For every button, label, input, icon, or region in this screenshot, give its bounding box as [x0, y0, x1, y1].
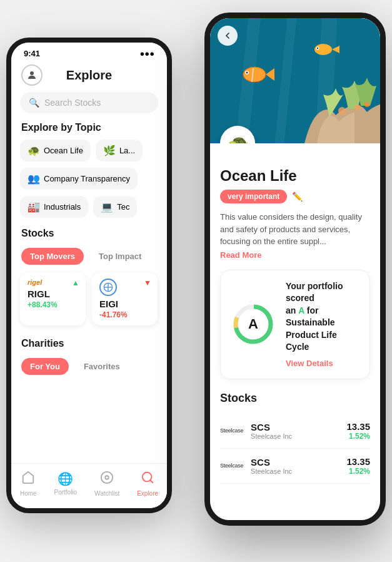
nav-portfolio-label: Portfolio [54, 489, 78, 496]
left-header: Explore [11, 61, 167, 92]
stock-cards-row: ▲ rigel RIGL +88.43% ▼ EIGI -41.76% [11, 272, 167, 334]
status-icons: ●●● [139, 49, 154, 58]
avatar[interactable] [21, 64, 43, 86]
left-phone: 9:41 ●●● Explore 🔍 Search Stocks Explore… [6, 38, 172, 513]
leaf-label: La... [119, 146, 135, 155]
stock-price-1: 13.35 [346, 456, 370, 467]
score-text: Your portfolio scored an A for Sustainab… [286, 280, 359, 369]
svg-point-18 [317, 48, 318, 49]
topics-row-2: 👥 Company Transparency [11, 168, 167, 196]
nav-portfolio[interactable]: 🌐 Portfolio [54, 471, 78, 496]
bottom-nav: Home 🌐 Portfolio Watchlist Explore [11, 463, 167, 508]
stock-info-1: SCS Steelcase Inc [251, 457, 292, 475]
topic-ocean-life[interactable]: 🐢 Ocean Life [20, 140, 91, 161]
donut-chart: A [231, 302, 276, 347]
transparency-icon: 👥 [28, 173, 40, 185]
tab-top-impact[interactable]: Top Impact [90, 248, 150, 265]
tech-icon: 💻 [101, 201, 113, 213]
right-content: Ocean Life very important ✏️ This value … [210, 143, 380, 494]
charities-tabs: For You Favorites [11, 355, 167, 381]
score-grade-label: A [248, 316, 258, 332]
leaf-icon: 🌿 [103, 145, 116, 156]
svg-point-0 [30, 71, 34, 75]
stock-row-left-0: Steelcase SCS Steelcase Inc [220, 422, 292, 440]
topics-row-1: 🐢 Ocean Life 🌿 La... [11, 140, 167, 168]
home-icon [21, 471, 35, 488]
stock-pct-0: 1.52% [346, 432, 370, 441]
stock-row-right-0: 13.35 1.52% [346, 421, 370, 441]
stock-ticker-0: SCS [251, 422, 292, 432]
search-icon: 🔍 [29, 98, 39, 108]
steelcase-logo-1: Steelcase [220, 463, 243, 469]
nav-watchlist[interactable]: Watchlist [94, 471, 119, 497]
arrow-down-icon: ▼ [144, 278, 151, 287]
explore-topic-title: Explore by Topic [11, 122, 167, 140]
score-text-part1: Your portfolio scored [286, 281, 343, 304]
nav-watchlist-label: Watchlist [94, 490, 119, 497]
topic-leaf[interactable]: 🌿 La... [96, 140, 143, 161]
watchlist-icon [100, 471, 114, 488]
svg-point-5 [105, 476, 109, 479]
eigi-change: -41.76% [99, 310, 150, 319]
stock-row-0[interactable]: Steelcase SCS Steelcase Inc 13.35 1.52% [220, 414, 370, 449]
stock-company-0: Steelcase Inc [251, 432, 292, 440]
hero-image: 🐢 [210, 18, 380, 143]
charities-title: Charities [11, 338, 167, 355]
industrials-label: Industrials [44, 202, 81, 212]
svg-point-9 [354, 105, 361, 111]
portfolio-score-card: A Your portfolio scored an A for Sustain… [220, 270, 370, 380]
rigl-change: +88.43% [28, 300, 78, 309]
search-bar[interactable]: 🔍 Search Stocks [20, 92, 158, 113]
view-details-link[interactable]: View Details [286, 359, 333, 368]
svg-point-10 [364, 102, 369, 107]
topic-company-transparency[interactable]: 👥 Company Transparency [20, 168, 138, 190]
industrials-icon: 🏭 [28, 201, 40, 213]
nav-home[interactable]: Home [20, 471, 37, 497]
stock-row-1[interactable]: Steelcase SCS Steelcase Inc 13.35 1.52% [220, 449, 370, 484]
arrow-up-icon: ▲ [72, 278, 79, 287]
topics-row-3: 🏭 Industrials 💻 Tec [11, 196, 167, 224]
search-placeholder: Search Stocks [44, 98, 101, 108]
nav-explore[interactable]: Explore [137, 471, 158, 497]
status-bar: 9:41 ●●● [11, 43, 167, 61]
eigi-ticker: EIGI [99, 299, 150, 309]
importance-row: very important ✏️ [220, 190, 370, 203]
read-more-link[interactable]: Read More [220, 250, 370, 260]
ocean-life-label: Ocean Life [44, 146, 83, 155]
rigel-logo: rigel [28, 278, 78, 286]
rigl-ticker: RIGL [28, 289, 78, 299]
charities-section: Charities For You Favorites [11, 334, 167, 381]
stocks-tabs: Top Movers Top Impact [11, 245, 167, 272]
score-text-part2: an [286, 305, 296, 315]
tech-label: Tec [117, 202, 129, 212]
back-button[interactable] [218, 26, 238, 46]
eigi-logo-circle [99, 278, 117, 296]
stock-row-left-1: Steelcase SCS Steelcase Inc [220, 457, 292, 475]
portfolio-icon: 🌐 [58, 471, 73, 486]
svg-point-8 [338, 107, 346, 115]
stocks-section-title: Stocks [11, 228, 167, 245]
transparency-label: Company Transparency [44, 174, 130, 183]
nav-explore-label: Explore [137, 490, 158, 497]
tab-favorites[interactable]: Favorites [75, 358, 129, 375]
nav-home-label: Home [20, 490, 37, 497]
svg-point-4 [101, 471, 113, 483]
time: 9:41 [24, 49, 40, 58]
stock-pct-1: 1.52% [346, 467, 370, 476]
stock-company-1: Steelcase Inc [251, 467, 292, 475]
ocean-life-title: Ocean Life [220, 167, 370, 185]
score-main-text: Your portfolio scored an A for Sustainab… [286, 280, 359, 354]
right-phone: 🐢 Ocean Life very important ✏️ This valu… [204, 13, 386, 526]
stock-info-0: SCS Steelcase Inc [251, 422, 292, 440]
topic-tech[interactable]: 💻 Tec [93, 196, 137, 218]
stock-row-right-1: 13.35 1.52% [346, 456, 370, 476]
stock-card-rigl[interactable]: ▲ rigel RIGL +88.43% [20, 272, 86, 325]
topic-industrials[interactable]: 🏭 Industrials [20, 196, 88, 218]
tab-top-movers[interactable]: Top Movers [21, 248, 84, 265]
stock-card-eigi[interactable]: ▼ EIGI -41.76% [92, 272, 158, 325]
svg-point-14 [246, 72, 248, 74]
edit-icon[interactable]: ✏️ [292, 192, 303, 202]
tab-for-you[interactable]: For You [21, 358, 69, 375]
score-grade-inline: A [298, 305, 306, 315]
right-stocks-title: Stocks [220, 392, 370, 405]
